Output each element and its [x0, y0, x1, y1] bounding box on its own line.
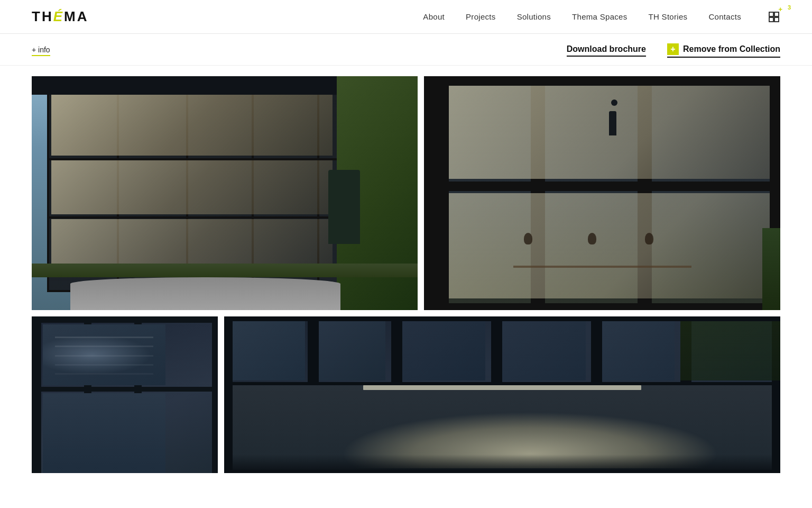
- nav-item-about[interactable]: About: [423, 12, 445, 21]
- info-link[interactable]: + info: [32, 46, 50, 56]
- action-toolbar: + info Download brochure + Remove from C…: [0, 34, 812, 66]
- gallery-image-entrance[interactable]: [224, 316, 780, 473]
- remove-label-text: Remove from Collection: [683, 44, 780, 54]
- logo-text: THÉMA: [32, 8, 88, 25]
- remove-plus-icon: +: [667, 43, 679, 55]
- collection-button[interactable]: + 3: [768, 11, 780, 23]
- person-silhouette: [609, 111, 616, 135]
- collection-plus-icon: +: [778, 5, 782, 13]
- gallery-image-residential[interactable]: [424, 76, 780, 310]
- gallery-row-2: [32, 316, 780, 473]
- toolbar-actions: Download brochure + Remove from Collecti…: [567, 43, 780, 58]
- nav-item-contacts[interactable]: Contacts: [708, 12, 741, 21]
- remove-from-collection-button[interactable]: + Remove from Collection: [667, 43, 780, 58]
- nav-item-solutions[interactable]: Solutions: [517, 12, 551, 21]
- nav-item-projects[interactable]: Projects: [466, 12, 496, 21]
- svg-rect-3: [774, 17, 779, 22]
- main-nav: About Projects Solutions Thema Spaces TH…: [423, 11, 780, 23]
- site-logo[interactable]: THÉMA: [32, 8, 88, 25]
- gallery-row-1: [32, 76, 780, 310]
- site-header: THÉMA About Projects Solutions Thema Spa…: [0, 0, 812, 34]
- nav-item-th-stories[interactable]: TH Stories: [649, 12, 688, 21]
- svg-rect-2: [769, 17, 773, 22]
- collection-count: 3: [788, 4, 791, 11]
- nav-item-thema-spaces[interactable]: Thema Spaces: [572, 12, 627, 21]
- gallery-section: [0, 66, 812, 494]
- gallery-image-office[interactable]: [32, 76, 418, 310]
- gallery-image-staircase[interactable]: [32, 316, 218, 473]
- svg-rect-0: [769, 12, 773, 16]
- download-brochure-button[interactable]: Download brochure: [567, 44, 646, 57]
